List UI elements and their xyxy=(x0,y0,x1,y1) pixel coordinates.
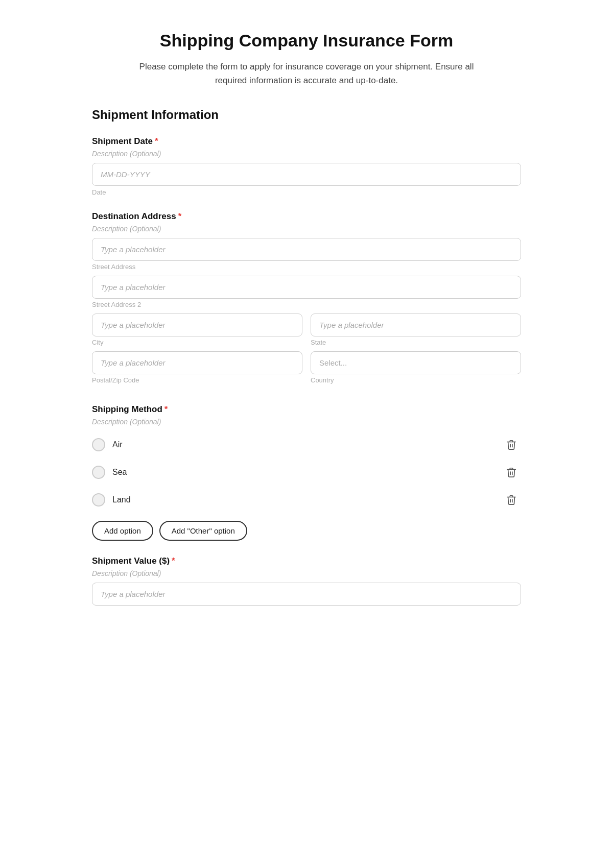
radio-left-air: Air xyxy=(92,438,123,451)
shipment-value-description: Description (Optional) xyxy=(92,569,521,577)
field-label-shipment-date: Shipment Date * xyxy=(92,136,521,147)
radio-label-air: Air xyxy=(112,440,123,449)
add-option-button[interactable]: Add option xyxy=(92,521,153,541)
city-col: City xyxy=(92,314,302,351)
radio-circle-land[interactable] xyxy=(92,493,105,507)
field-group-destination-address: Destination Address * Description (Optio… xyxy=(92,211,521,389)
radio-label-sea: Sea xyxy=(112,468,127,477)
shipment-date-input[interactable] xyxy=(92,163,521,186)
trash-icon-land xyxy=(506,494,517,505)
shipping-method-required-star: * xyxy=(164,404,168,415)
street-address-2-input[interactable] xyxy=(92,276,521,299)
radio-item-air: Air xyxy=(92,431,521,459)
delete-button-air[interactable] xyxy=(502,437,521,452)
delete-button-sea[interactable] xyxy=(502,465,521,480)
shipment-value-required-star: * xyxy=(172,556,175,566)
postal-country-row: Postal/Zip Code Select... Country xyxy=(92,351,521,389)
postal-input[interactable] xyxy=(92,351,302,374)
destination-address-required-star: * xyxy=(178,211,182,222)
country-col: Select... Country xyxy=(311,351,521,389)
trash-icon-air xyxy=(506,439,517,450)
state-input[interactable] xyxy=(311,314,521,336)
state-col: State xyxy=(311,314,521,351)
shipment-value-input[interactable] xyxy=(92,583,521,606)
street-address-1-wrap: Street Address xyxy=(92,238,521,271)
radio-item-sea: Sea xyxy=(92,459,521,486)
shipment-date-hint: Date xyxy=(92,188,521,196)
page-header: Shipping Company Insurance Form Please c… xyxy=(92,31,521,87)
radio-left-sea: Sea xyxy=(92,466,127,479)
city-input[interactable] xyxy=(92,314,302,336)
street-address-1-input[interactable] xyxy=(92,238,521,261)
shipping-method-description: Description (Optional) xyxy=(92,418,521,426)
field-group-shipment-date: Shipment Date * Description (Optional) D… xyxy=(92,136,521,196)
radio-circle-air[interactable] xyxy=(92,438,105,451)
shipment-information-section: Shipment Information Shipment Date * Des… xyxy=(92,108,521,606)
shipping-method-radio-group: Air Sea xyxy=(92,431,521,514)
shipping-method-label-text: Shipping Method xyxy=(92,404,162,415)
field-label-shipment-value: Shipment Value ($) * xyxy=(92,556,521,566)
state-wrap: State xyxy=(311,314,521,346)
radio-label-land: Land xyxy=(112,495,131,504)
field-label-destination-address: Destination Address * xyxy=(92,211,521,222)
page-title: Shipping Company Insurance Form xyxy=(92,31,521,51)
city-state-row: City State xyxy=(92,314,521,351)
field-group-shipping-method: Shipping Method * Description (Optional)… xyxy=(92,404,521,541)
street-address-2-wrap: Street Address 2 xyxy=(92,276,521,308)
radio-circle-sea[interactable] xyxy=(92,466,105,479)
field-label-shipping-method: Shipping Method * xyxy=(92,404,521,415)
shipment-value-label-text: Shipment Value ($) xyxy=(92,556,170,566)
postal-wrap: Postal/Zip Code xyxy=(92,351,302,384)
destination-address-description: Description (Optional) xyxy=(92,225,521,233)
country-select[interactable]: Select... xyxy=(311,351,521,374)
state-hint: State xyxy=(311,339,521,346)
shipment-date-label-text: Shipment Date xyxy=(92,136,153,147)
postal-hint: Postal/Zip Code xyxy=(92,376,302,384)
city-hint: City xyxy=(92,339,302,346)
radio-item-land: Land xyxy=(92,486,521,514)
country-wrap: Select... Country xyxy=(311,351,521,384)
postal-col: Postal/Zip Code xyxy=(92,351,302,389)
shipment-date-description: Description (Optional) xyxy=(92,150,521,158)
trash-icon-sea xyxy=(506,467,517,478)
radio-left-land: Land xyxy=(92,493,131,507)
country-hint: Country xyxy=(311,376,521,384)
add-other-option-button[interactable]: Add "Other" option xyxy=(159,521,247,541)
shipment-date-required-star: * xyxy=(155,136,158,147)
street-address-1-hint: Street Address xyxy=(92,263,521,271)
option-buttons: Add option Add "Other" option xyxy=(92,521,521,541)
delete-button-land[interactable] xyxy=(502,492,521,508)
section-title-shipment-info: Shipment Information xyxy=(92,108,521,122)
destination-address-label-text: Destination Address xyxy=(92,211,176,222)
page-subtitle: Please complete the form to apply for in… xyxy=(133,60,480,87)
street-address-2-hint: Street Address 2 xyxy=(92,301,521,308)
city-wrap: City xyxy=(92,314,302,346)
field-group-shipment-value: Shipment Value ($) * Description (Option… xyxy=(92,556,521,606)
